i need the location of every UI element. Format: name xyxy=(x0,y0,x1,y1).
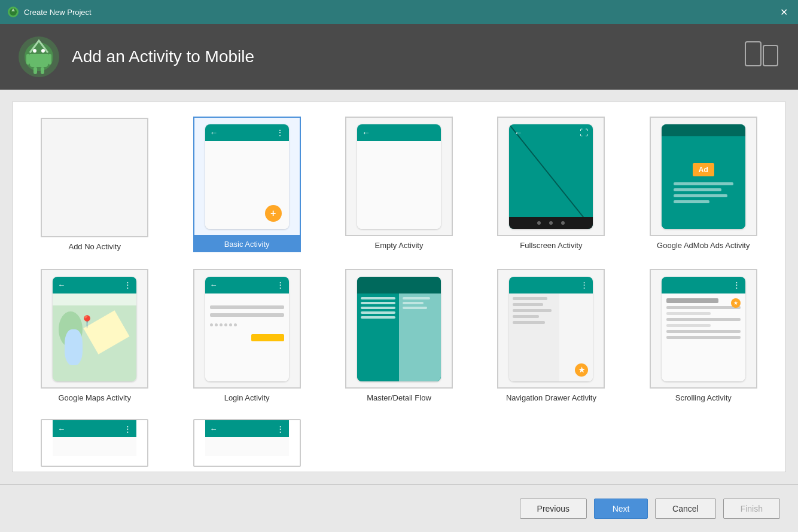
footer: Previous Next Cancel Finish xyxy=(0,484,798,532)
empty-activity-preview: ← xyxy=(345,117,453,236)
map-pin-icon: 📍 xyxy=(80,314,95,329)
svg-rect-9 xyxy=(41,67,44,74)
activity-card-no-activity[interactable]: Add No Activity xyxy=(25,114,165,255)
device-icon xyxy=(744,41,780,73)
back-arrow-icon4: ← xyxy=(57,280,65,289)
activity-label-google-maps-activity: Google Maps Activity xyxy=(59,393,131,402)
menu-icon7: ⋮ xyxy=(276,424,284,433)
activity-label-master-detail-flow: Master/Detail Flow xyxy=(367,393,431,402)
previous-button[interactable]: Previous xyxy=(520,499,587,519)
svg-rect-8 xyxy=(33,67,37,74)
activity-card-google-maps-activity[interactable]: ← ⋮ 📍 Google Maps Activity xyxy=(25,267,165,405)
svg-point-4 xyxy=(33,49,36,53)
fab-icon: + xyxy=(265,205,282,222)
nav-dot xyxy=(537,221,541,225)
maps-activity-preview: ← ⋮ 📍 xyxy=(41,269,148,389)
title-bar: Create New Project ✕ xyxy=(0,0,798,24)
close-button[interactable]: ✕ xyxy=(776,5,791,19)
back-arrow-icon6: ← xyxy=(57,424,65,433)
header: Add an Activity to Mobile xyxy=(0,24,798,90)
activity-label-login-activity: Login Activity xyxy=(224,393,270,402)
masterdetail-activity-preview xyxy=(345,269,453,389)
android-logo xyxy=(18,36,60,78)
android-studio-icon xyxy=(7,6,19,18)
expand-icon: ⛶ xyxy=(580,128,588,137)
activity-card-google-admob-ads-activity[interactable]: Ad Google AdMob Ads Activity xyxy=(633,114,773,255)
scrolling-activity-preview: ⋮ ★ xyxy=(650,269,757,389)
menu-icon: ⋮ xyxy=(276,128,284,137)
activity-card-master-detail-flow[interactable]: Master/Detail Flow xyxy=(329,267,469,405)
svg-rect-7 xyxy=(48,54,51,65)
ad-banner: Ad xyxy=(693,163,714,176)
activity-label-no-activity: Add No Activity xyxy=(68,242,120,251)
navdrawer-activity-preview: ⋮ ★ xyxy=(497,269,605,389)
admob-activity-preview: Ad xyxy=(650,117,757,236)
activity-label-basic-activity: Basic Activity xyxy=(193,236,301,252)
activity-grid: Add No Activity ← ⋮ + Basic Activity xyxy=(12,102,786,472)
page-title: Add an Activity to Mobile xyxy=(72,47,254,66)
back-arrow-icon: ← xyxy=(210,128,218,137)
login-btn xyxy=(251,334,284,341)
menu-icon4: ⋮ xyxy=(580,280,588,289)
activity-card-scrolling-activity[interactable]: ⋮ ★ Scrolling Activity xyxy=(633,267,773,405)
activity-card-basic-activity[interactable]: ← ⋮ + Basic Activity xyxy=(176,114,316,255)
back-arrow-icon5: ← xyxy=(210,280,218,289)
svg-rect-10 xyxy=(745,42,761,66)
menu-icon5: ⋮ xyxy=(733,280,741,289)
menu-icon6: ⋮ xyxy=(124,424,132,433)
content-area: Add No Activity ← ⋮ + Basic Activity xyxy=(0,90,798,484)
next-button[interactable]: Next xyxy=(594,499,648,519)
menu-icon2: ⋮ xyxy=(124,280,132,289)
activity-card-settings-activity[interactable]: ← ⋮ xyxy=(25,417,165,469)
finish-button[interactable]: Finish xyxy=(723,499,780,519)
menu-icon3: ⋮ xyxy=(276,280,284,289)
svg-point-5 xyxy=(41,49,45,53)
activity-label-empty-activity: Empty Activity xyxy=(375,241,424,250)
activity-card-empty-activity[interactable]: ← Empty Activity xyxy=(329,114,469,255)
activity-card-fullscreen-activity[interactable]: ← ⛶ Fullscreen Activity xyxy=(481,114,621,255)
login-activity-preview: ← ⋮ xyxy=(193,269,301,389)
svg-rect-11 xyxy=(763,45,778,66)
activity-card-navigation-drawer-activity[interactable]: ⋮ ★ xyxy=(481,267,621,405)
nav-dot xyxy=(549,221,553,225)
cancel-button[interactable]: Cancel xyxy=(655,499,716,519)
fullscreen-activity-preview: ← ⛶ xyxy=(497,117,605,236)
back-arrow-icon2: ← xyxy=(362,128,370,137)
title-bar-title: Create New Project xyxy=(24,8,92,17)
navdrawer-fab-icon: ★ xyxy=(575,363,588,377)
back-arrow-icon3: ← xyxy=(514,128,522,137)
svg-rect-6 xyxy=(26,54,30,65)
nav-dot xyxy=(561,221,565,225)
activity-label-google-admob-ads-activity: Google AdMob Ads Activity xyxy=(657,241,750,250)
back-arrow-icon7: ← xyxy=(210,424,218,433)
basic-activity-preview: ← ⋮ + xyxy=(193,117,301,236)
activity-label-scrolling-activity: Scrolling Activity xyxy=(675,393,732,402)
activity-label-fullscreen-activity: Fullscreen Activity xyxy=(520,241,582,250)
activity-card-tabbed-activity[interactable]: ← ⋮ xyxy=(176,417,316,469)
activity-label-navigation-drawer-activity: Navigation Drawer Activity xyxy=(506,393,596,402)
star-badge: ★ xyxy=(731,298,741,308)
activity-card-login-activity[interactable]: ← ⋮ xyxy=(176,267,316,405)
title-bar-left: Create New Project xyxy=(7,6,92,18)
